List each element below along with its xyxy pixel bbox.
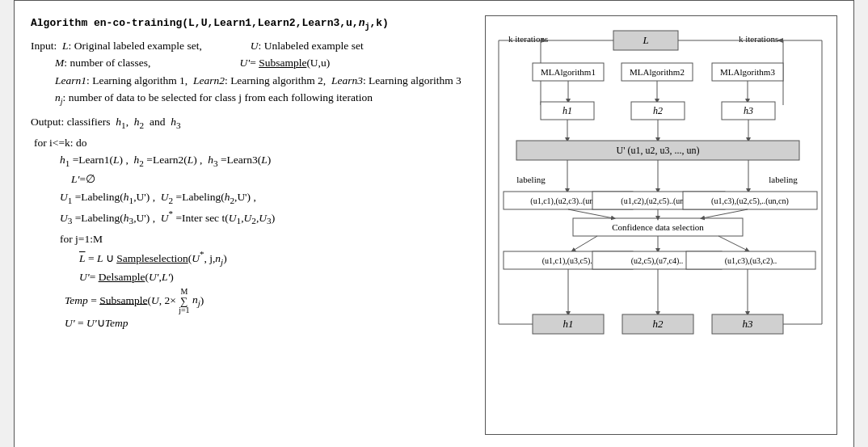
svg-line-43 bbox=[702, 209, 748, 218]
svg-line-46 bbox=[718, 236, 748, 251]
line-U1U2: U1 =Labeling(h1,U') , U2 =Labeling(h2,U'… bbox=[31, 188, 470, 208]
line-delsample: U'= Delsample(U',L') bbox=[31, 268, 470, 286]
svg-text:labeling: labeling bbox=[769, 175, 798, 184]
input-block: Input: L: Original labeled example set, … bbox=[31, 37, 470, 108]
svg-text:L: L bbox=[642, 34, 648, 46]
svg-text:Confidence data selection: Confidence data selection bbox=[612, 222, 704, 232]
svg-text:k iterations: k iterations bbox=[739, 34, 778, 44]
output-label: Output: classifiers h1, h2 and h3 bbox=[31, 116, 181, 128]
svg-text:h1: h1 bbox=[563, 105, 572, 116]
svg-line-41 bbox=[568, 209, 613, 218]
line-union-temp: U' = U'∪Temp bbox=[31, 314, 470, 332]
M-desc: M: number of classes, bbox=[55, 54, 150, 72]
svg-text:(u1,c3),(u3,c2)..: (u1,c3),(u3,c2).. bbox=[725, 256, 777, 266]
svg-text:labeling: labeling bbox=[516, 175, 546, 184]
left-panel: Algorithm en‑co‑training(L,U,Learn1,Lear… bbox=[31, 15, 470, 435]
svg-line-44 bbox=[573, 236, 597, 251]
learn-desc: Learn1: Learning algorithm 1, Learn2: Le… bbox=[31, 72, 470, 90]
svg-text:h3: h3 bbox=[743, 318, 754, 330]
line-for-j: for j=1:M bbox=[31, 230, 470, 248]
svg-text:h2: h2 bbox=[653, 318, 664, 330]
svg-text:U' (u1, u2, u3, ..., un): U' (u1, u2, u3, ..., un) bbox=[617, 145, 700, 156]
line-U3Ustar: U3 =Labeling(h3,U') , U* =Inter sec t(U1… bbox=[31, 207, 470, 228]
algo-header: Algorithm en‑co‑training(L,U,Learn1,Lear… bbox=[31, 15, 470, 34]
line-for-i: for i<=k: do bbox=[31, 134, 470, 152]
line-h123: h1 =Learn1(L) , h2 =Learn2(L) , h3 =Lear… bbox=[31, 151, 470, 171]
svg-text:MLAlgorithm2: MLAlgorithm2 bbox=[630, 67, 685, 77]
svg-text:h1: h1 bbox=[563, 318, 574, 330]
right-panel: L k iterations k iterations MLAlgorithm1… bbox=[485, 15, 837, 435]
line-temp: Temp = Subsample(U, 2× M ∑ j=1 nj) bbox=[31, 288, 470, 314]
nj-desc: nj: number of data to be selected for cl… bbox=[31, 89, 470, 108]
diagram-svg: L k iterations k iterations MLAlgorithm1… bbox=[492, 24, 830, 420]
line-Lprime: L'=∅ bbox=[31, 171, 470, 188]
svg-text:h3: h3 bbox=[744, 105, 753, 116]
svg-text:(u2,c5),(u7,c4)..: (u2,c5),(u7,c4).. bbox=[631, 256, 684, 266]
svg-text:(u1,c1),(u3,c5)..: (u1,c1),(u3,c5).. bbox=[542, 256, 595, 266]
output-block: Output: classifiers h1, h2 and h3 bbox=[31, 113, 470, 133]
Uprime-desc: U'= Subsample(U,u) bbox=[239, 54, 330, 72]
svg-text:h2: h2 bbox=[653, 105, 663, 116]
main-container: Algorithm en‑co‑training(L,U,Learn1,Lear… bbox=[14, 0, 854, 447]
input-label: Input: L: Original labeled example set, bbox=[31, 37, 202, 55]
algo-body: for i<=k: do h1 =Learn1(L) , h2 =Learn2(… bbox=[31, 134, 470, 332]
svg-text:MLAlgorithm1: MLAlgorithm1 bbox=[541, 67, 596, 77]
U-desc: U: Unlabeled example set bbox=[251, 37, 364, 55]
svg-text:MLAlgorithm3: MLAlgorithm3 bbox=[720, 67, 775, 77]
line-sampleselection: L = L ∪ Sampleselection(U*, j,nj) bbox=[31, 247, 470, 268]
svg-text:(u1,c3),(u2,c5),..(un,cn): (u1,c3),(u2,c5),..(un,cn) bbox=[711, 196, 789, 206]
